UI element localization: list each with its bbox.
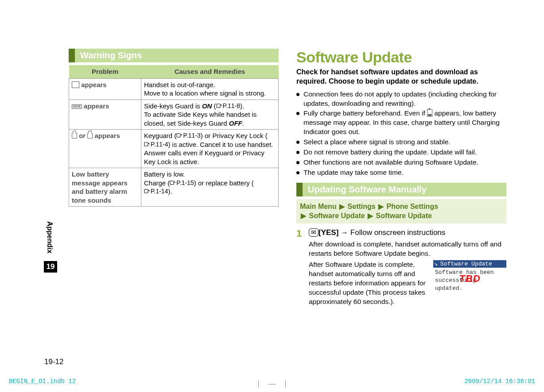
table-row: SIDE appears Side-keys Guard is ON (P.11… xyxy=(69,100,279,130)
page-ref: P.11-4 xyxy=(144,140,168,148)
page-ref: P.11-3 xyxy=(176,131,200,139)
list-item: Other functions are not available during… xyxy=(296,158,506,167)
problem-text: appears xyxy=(79,81,107,88)
col-header-problem: Problem xyxy=(69,65,141,78)
crumb-item: Software Update xyxy=(376,212,432,219)
list-item: Fully charge battery beforehand. Even if… xyxy=(296,109,506,137)
notes-list: Connection fees do not apply to updates … xyxy=(296,90,506,177)
table-row: or appears Keyguard (P.11-3) or Privacy … xyxy=(69,130,279,168)
step-para: After Software Update is complete, hands… xyxy=(309,260,433,307)
crumb-item: Settings xyxy=(348,203,376,210)
key-label: [YES] xyxy=(319,228,338,237)
value-off: OFF xyxy=(229,119,242,127)
arrow-icon: → xyxy=(341,228,348,237)
table-row: appears Handset is out-of-range. Move to… xyxy=(69,78,279,100)
out-of-range-icon xyxy=(72,81,79,88)
page-ref: P.11-8 xyxy=(216,102,240,110)
problem-text: appears xyxy=(93,132,120,139)
remedy-text: Side-keys Guard is xyxy=(144,102,202,110)
remedy-text: Move to a location where signal is stron… xyxy=(144,89,276,98)
battery-icon xyxy=(427,109,432,117)
list-item: The update may take some time. xyxy=(296,168,506,177)
remedy-text: Handset is out-of-range. xyxy=(144,81,276,89)
manual-page: Appendix 19 19-12 Warning Signs Problem … xyxy=(0,0,544,392)
privacy-lock-icon xyxy=(87,133,93,138)
step-instruction: Follow onscreen instructions xyxy=(348,228,445,237)
table-row: Low battery message appears and battery … xyxy=(69,168,279,207)
crumb-item: Phone Settings xyxy=(387,203,438,210)
list-item: Do not remove battery during the update.… xyxy=(296,148,506,157)
problems-table: Problem Causes and Remedies appears Hand… xyxy=(69,65,279,207)
page-title: Software Update xyxy=(296,49,506,66)
breadcrumb-arrow-icon: ▶ xyxy=(301,212,306,219)
col-header-remedy: Causes and Remedies xyxy=(141,65,279,78)
breadcrumb-arrow-icon: ▶ xyxy=(368,212,373,219)
step-1: 1 ✉[YES] → Follow onscreen instructions … xyxy=(296,228,506,306)
problem-text: appears xyxy=(82,102,109,110)
page-ref: P.1-15 xyxy=(170,179,194,187)
section-heading-label: Warning Signs xyxy=(75,49,279,62)
problem-text: Low battery message appears and battery … xyxy=(69,168,141,207)
page-ref: P.1-14 xyxy=(144,187,168,195)
breadcrumb-arrow-icon: ▶ xyxy=(339,203,345,210)
list-item: Connection fees do not apply to updates … xyxy=(296,90,506,108)
tbd-overlay: TBD xyxy=(433,272,506,285)
remedy-text: Answer calls even if Keyguard or Privacy… xyxy=(144,149,276,166)
section-heading-updating-manually: Updating Software Manually xyxy=(296,183,506,196)
crop-marks xyxy=(258,380,286,388)
list-item: Select a place where signal is strong an… xyxy=(296,138,506,147)
keyguard-icon xyxy=(72,133,77,138)
remedy-text: Keyguard ( xyxy=(144,132,176,139)
step-para: After download is complete, handset auto… xyxy=(309,240,506,258)
menu-path: Main Menu ▶ Settings ▶ Phone Settings ▶ … xyxy=(296,199,506,223)
side-guard-icon: SIDE xyxy=(72,104,82,109)
phone-screenshot: ↘ Software Update Software has been succ… xyxy=(433,260,506,307)
value-on: ON xyxy=(202,102,212,110)
screen-title: Software Update xyxy=(440,260,492,268)
section-tab-label: Appendix xyxy=(46,221,54,254)
right-column: Software Update Check for handset softwa… xyxy=(292,49,506,392)
left-column: Warning Signs Problem Causes and Remedie… xyxy=(69,49,292,392)
chapter-number-badge: 19 xyxy=(44,261,57,273)
section-heading-warning-signs: Warning Signs xyxy=(69,49,279,62)
footer-file: BEGIN_E_OI.indb 12 xyxy=(9,378,76,385)
step-number: 1 xyxy=(296,228,309,306)
page-number: 19-12 xyxy=(44,357,63,366)
crumb-item: Software Update xyxy=(309,212,365,219)
crumb-item: Main Menu xyxy=(300,203,337,210)
breadcrumb-arrow-icon: ▶ xyxy=(378,203,384,210)
footer-timestamp: 2009/12/14 16:36:01 xyxy=(464,378,535,385)
remedy-text: Battery is low. xyxy=(144,170,276,179)
section-heading-label: Updating Software Manually xyxy=(303,183,506,196)
page-subtitle: Check for handset software updates and d… xyxy=(296,68,506,86)
back-arrow-icon: ↘ xyxy=(434,260,438,268)
mail-key-icon: ✉ xyxy=(309,228,319,237)
